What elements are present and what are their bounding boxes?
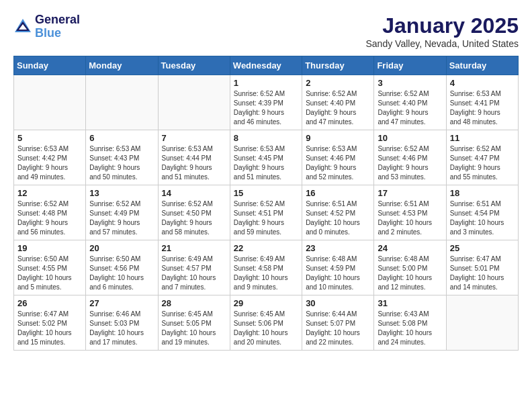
week-row-3: 19Sunrise: 6:50 AM Sunset: 4:55 PM Dayli… [14,240,519,295]
day-number: 24 [378,243,442,253]
day-number: 18 [450,188,515,198]
day-number: 31 [378,298,442,308]
calendar-cell [86,75,158,130]
calendar-cell: 14Sunrise: 6:52 AM Sunset: 4:50 PM Dayli… [158,185,230,240]
day-info: Sunrise: 6:52 AM Sunset: 4:47 PM Dayligh… [450,144,515,182]
calendar-cell [14,75,86,130]
calendar-cell: 28Sunrise: 6:45 AM Sunset: 5:05 PM Dayli… [158,295,230,351]
day-info: Sunrise: 6:52 AM Sunset: 4:51 PM Dayligh… [234,199,298,237]
calendar-cell: 17Sunrise: 6:51 AM Sunset: 4:53 PM Dayli… [374,185,446,240]
week-row-2: 12Sunrise: 6:52 AM Sunset: 4:48 PM Dayli… [14,185,519,240]
day-number: 19 [17,243,82,253]
logo-text: General Blue [35,13,80,40]
calendar-cell: 27Sunrise: 6:46 AM Sunset: 5:03 PM Dayli… [86,295,158,351]
weekday-header-tuesday: Tuesday [158,56,230,75]
day-info: Sunrise: 6:45 AM Sunset: 5:06 PM Dayligh… [234,310,298,347]
day-number: 21 [162,243,226,253]
day-number: 26 [17,298,82,308]
calendar-cell: 5Sunrise: 6:53 AM Sunset: 4:42 PM Daylig… [14,130,86,185]
day-info: Sunrise: 6:45 AM Sunset: 5:05 PM Dayligh… [162,310,226,347]
day-number: 2 [306,78,370,88]
calendar-cell: 8Sunrise: 6:53 AM Sunset: 4:45 PM Daylig… [230,130,302,185]
logo: General Blue [13,13,80,40]
calendar-cell: 4Sunrise: 6:53 AM Sunset: 4:41 PM Daylig… [446,75,518,130]
calendar-cell: 19Sunrise: 6:50 AM Sunset: 4:55 PM Dayli… [14,240,86,295]
calendar-cell: 22Sunrise: 6:49 AM Sunset: 4:58 PM Dayli… [230,240,302,295]
day-info: Sunrise: 6:48 AM Sunset: 5:00 PM Dayligh… [378,255,442,292]
week-row-1: 5Sunrise: 6:53 AM Sunset: 4:42 PM Daylig… [14,130,519,185]
day-info: Sunrise: 6:51 AM Sunset: 4:53 PM Dayligh… [378,199,442,237]
day-info: Sunrise: 6:44 AM Sunset: 5:07 PM Dayligh… [306,310,370,347]
week-row-0: 1Sunrise: 6:52 AM Sunset: 4:39 PM Daylig… [14,75,519,130]
day-number: 20 [89,243,154,253]
day-info: Sunrise: 6:53 AM Sunset: 4:41 PM Dayligh… [450,89,515,127]
day-number: 3 [378,78,442,88]
calendar-cell: 11Sunrise: 6:52 AM Sunset: 4:47 PM Dayli… [446,130,518,185]
day-info: Sunrise: 6:49 AM Sunset: 4:58 PM Dayligh… [234,255,298,292]
calendar-cell: 15Sunrise: 6:52 AM Sunset: 4:51 PM Dayli… [230,185,302,240]
day-info: Sunrise: 6:52 AM Sunset: 4:40 PM Dayligh… [306,89,370,127]
day-number: 9 [306,133,370,143]
calendar-cell: 21Sunrise: 6:49 AM Sunset: 4:57 PM Dayli… [158,240,230,295]
day-info: Sunrise: 6:52 AM Sunset: 4:50 PM Dayligh… [162,199,226,237]
day-info: Sunrise: 6:50 AM Sunset: 4:55 PM Dayligh… [17,255,82,292]
day-info: Sunrise: 6:47 AM Sunset: 5:01 PM Dayligh… [450,255,515,292]
calendar-cell: 29Sunrise: 6:45 AM Sunset: 5:06 PM Dayli… [230,295,302,351]
day-info: Sunrise: 6:50 AM Sunset: 4:56 PM Dayligh… [89,255,154,292]
weekday-header-saturday: Saturday [446,56,518,75]
weekday-header-friday: Friday [374,56,446,75]
day-number: 12 [17,188,82,198]
calendar-cell: 12Sunrise: 6:52 AM Sunset: 4:48 PM Dayli… [14,185,86,240]
day-number: 5 [17,133,82,143]
calendar-cell: 3Sunrise: 6:52 AM Sunset: 4:40 PM Daylig… [374,75,446,130]
weekday-header-thursday: Thursday [302,56,374,75]
day-info: Sunrise: 6:48 AM Sunset: 4:59 PM Dayligh… [306,255,370,292]
day-number: 11 [450,133,515,143]
calendar-cell: 7Sunrise: 6:53 AM Sunset: 4:44 PM Daylig… [158,130,230,185]
calendar-cell: 25Sunrise: 6:47 AM Sunset: 5:01 PM Dayli… [446,240,518,295]
calendar-title: January 2025 [366,13,519,38]
day-info: Sunrise: 6:53 AM Sunset: 4:42 PM Dayligh… [17,144,82,182]
calendar-table: SundayMondayTuesdayWednesdayThursdayFrid… [13,56,519,351]
day-info: Sunrise: 6:52 AM Sunset: 4:49 PM Dayligh… [89,199,154,237]
day-number: 25 [450,243,515,253]
calendar-cell: 26Sunrise: 6:47 AM Sunset: 5:02 PM Dayli… [14,295,86,351]
day-info: Sunrise: 6:53 AM Sunset: 4:46 PM Dayligh… [306,144,370,182]
day-info: Sunrise: 6:46 AM Sunset: 5:03 PM Dayligh… [89,310,154,347]
day-number: 29 [234,298,298,308]
day-number: 16 [306,188,370,198]
day-info: Sunrise: 6:47 AM Sunset: 5:02 PM Dayligh… [17,310,82,347]
day-info: Sunrise: 6:43 AM Sunset: 5:08 PM Dayligh… [378,310,442,347]
calendar-cell: 9Sunrise: 6:53 AM Sunset: 4:46 PM Daylig… [302,130,374,185]
day-info: Sunrise: 6:51 AM Sunset: 4:54 PM Dayligh… [450,199,515,237]
page-header: General Blue January 2025 Sandy Valley, … [13,13,519,49]
day-number: 6 [89,133,154,143]
day-info: Sunrise: 6:53 AM Sunset: 4:43 PM Dayligh… [89,144,154,182]
day-info: Sunrise: 6:53 AM Sunset: 4:44 PM Dayligh… [162,144,226,182]
day-info: Sunrise: 6:53 AM Sunset: 4:45 PM Dayligh… [234,144,298,182]
day-number: 28 [162,298,226,308]
day-number: 23 [306,243,370,253]
calendar-cell: 31Sunrise: 6:43 AM Sunset: 5:08 PM Dayli… [374,295,446,351]
calendar-cell: 6Sunrise: 6:53 AM Sunset: 4:43 PM Daylig… [86,130,158,185]
day-number: 8 [234,133,298,143]
calendar-subtitle: Sandy Valley, Nevada, United States [366,38,519,49]
weekday-header-sunday: Sunday [14,56,86,75]
weekday-row: SundayMondayTuesdayWednesdayThursdayFrid… [14,56,519,75]
calendar-cell: 20Sunrise: 6:50 AM Sunset: 4:56 PM Dayli… [86,240,158,295]
day-info: Sunrise: 6:52 AM Sunset: 4:40 PM Dayligh… [378,89,442,127]
day-number: 14 [162,188,226,198]
calendar-body: 1Sunrise: 6:52 AM Sunset: 4:39 PM Daylig… [14,75,519,351]
day-number: 10 [378,133,442,143]
day-info: Sunrise: 6:49 AM Sunset: 4:57 PM Dayligh… [162,255,226,292]
day-number: 13 [89,188,154,198]
logo-icon [13,17,32,36]
day-number: 27 [89,298,154,308]
calendar-cell: 10Sunrise: 6:52 AM Sunset: 4:46 PM Dayli… [374,130,446,185]
calendar-cell: 16Sunrise: 6:51 AM Sunset: 4:52 PM Dayli… [302,185,374,240]
day-info: Sunrise: 6:52 AM Sunset: 4:46 PM Dayligh… [378,144,442,182]
day-number: 7 [162,133,226,143]
calendar-cell: 13Sunrise: 6:52 AM Sunset: 4:49 PM Dayli… [86,185,158,240]
day-number: 4 [450,78,515,88]
calendar-cell: 18Sunrise: 6:51 AM Sunset: 4:54 PM Dayli… [446,185,518,240]
